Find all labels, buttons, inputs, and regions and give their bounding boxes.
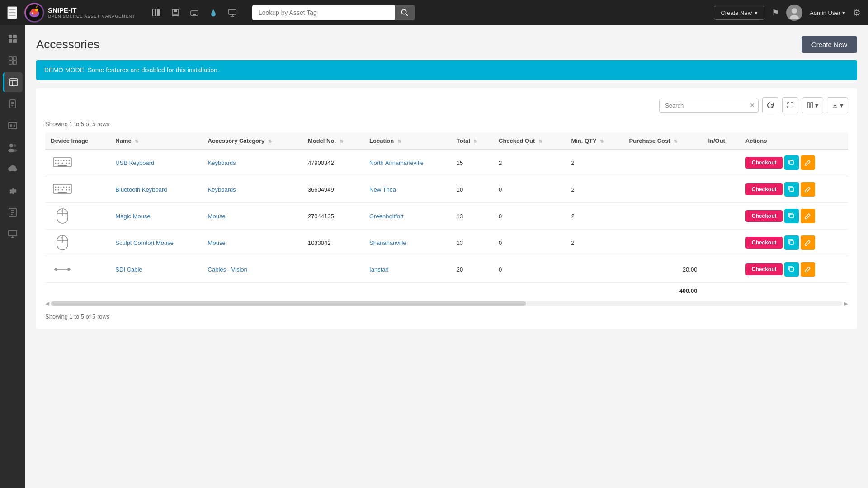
col-name[interactable]: Name ⇅: [110, 133, 202, 149]
sidebar-item-accessories[interactable]: [3, 72, 23, 92]
showing-rows-bottom: Showing 1 to 5 of 5 rows: [45, 313, 848, 320]
sidebar-item-users[interactable]: [3, 137, 23, 157]
accessory-name-link[interactable]: USB Keyboard: [115, 160, 154, 166]
checkout-button[interactable]: Checkout: [745, 237, 783, 249]
location-link[interactable]: Ianstad: [369, 266, 389, 273]
asset-tag-search: [252, 5, 415, 20]
accessory-name-link[interactable]: Sculpt Comfort Mouse: [115, 239, 174, 246]
total-sort-icon: ⇅: [473, 139, 477, 144]
category-link[interactable]: Cables - Vision: [208, 266, 247, 273]
location-link[interactable]: Shanahanville: [369, 239, 406, 246]
location-link[interactable]: New Thea: [369, 186, 396, 193]
svg-rect-65: [833, 107, 837, 108]
svg-rect-15: [173, 14, 178, 16]
col-checked-out[interactable]: Checked Out ⇅: [493, 133, 566, 149]
min-qty-cell: 2: [566, 149, 623, 176]
checkout-button[interactable]: Checkout: [745, 157, 783, 169]
sidebar-item-assets[interactable]: [3, 51, 23, 70]
table-search-clear-button[interactable]: ✕: [750, 102, 755, 109]
horizontal-scrollbar[interactable]: [51, 301, 842, 306]
accessory-name-link[interactable]: Magic Mouse: [115, 213, 150, 220]
sidebar-item-reports[interactable]: [3, 202, 23, 222]
name-cell: Magic Mouse: [110, 203, 202, 230]
name-cell: SDI Cable: [110, 256, 202, 283]
svg-point-54: [14, 144, 16, 147]
checked-out-cell: 0: [493, 176, 566, 203]
scroll-right-icon[interactable]: ▶: [844, 300, 848, 307]
sidebar-item-dashboard[interactable]: [3, 29, 23, 49]
actions-cell: Checkout: [740, 256, 848, 283]
monitor-icon-btn[interactable]: [224, 4, 241, 21]
column-visibility-button[interactable]: ▾: [802, 97, 823, 113]
col-purchase-cost[interactable]: Purchase Cost ⇅: [624, 133, 703, 149]
purchase-cost-cell: [624, 149, 703, 176]
copy-button[interactable]: [784, 209, 799, 223]
category-sort-icon: ⇅: [268, 139, 272, 144]
copy-button[interactable]: [784, 235, 799, 250]
sidebar-item-cloud[interactable]: [3, 159, 23, 179]
location-cell: Shanahanville: [364, 230, 451, 256]
location-link[interactable]: Greenholtfort: [369, 213, 404, 220]
copy-button[interactable]: [784, 262, 799, 277]
checkout-button[interactable]: Checkout: [745, 263, 783, 275]
table-scrollbar[interactable]: ◀ ▶: [45, 300, 848, 307]
edit-button[interactable]: [801, 209, 815, 223]
barcode-icon-btn[interactable]: [148, 4, 165, 21]
total-cell: 13: [451, 230, 493, 256]
checkout-button[interactable]: Checkout: [745, 210, 783, 222]
settings-gear-icon[interactable]: ⚙: [853, 7, 861, 18]
svg-rect-32: [9, 35, 12, 38]
device-image-cell: [45, 149, 110, 176]
accessory-name-link[interactable]: Bluetooth Keyboard: [115, 186, 167, 193]
sidebar-item-monitor[interactable]: [3, 224, 23, 244]
sidebar-item-consumables[interactable]: [3, 94, 23, 114]
edit-button[interactable]: [801, 182, 815, 197]
logo: SNIPE-IT OPEN SOURCE ASSET MANAGEMENT: [24, 3, 135, 23]
topnav-create-new-button[interactable]: Create New ▾: [714, 6, 764, 20]
svg-rect-10: [157, 9, 158, 16]
actions-cell: Checkout: [740, 149, 848, 176]
fullscreen-button[interactable]: [782, 97, 798, 113]
topnav-search-button[interactable]: [395, 5, 415, 20]
save-icon-btn[interactable]: [167, 4, 184, 21]
edit-button[interactable]: [801, 262, 815, 277]
accessory-name-link[interactable]: SDI Cable: [115, 266, 142, 273]
create-new-button[interactable]: Create New: [802, 36, 857, 53]
total-cell: 10: [451, 176, 493, 203]
scroll-left-icon[interactable]: ◀: [45, 300, 49, 307]
svg-rect-98: [790, 214, 793, 218]
edit-button[interactable]: [801, 155, 815, 170]
category-link[interactable]: Mouse: [208, 213, 226, 220]
sidebar-item-components[interactable]: [3, 116, 23, 136]
drop-icon-btn[interactable]: [205, 4, 222, 21]
category-link[interactable]: Keyboards: [208, 160, 236, 166]
col-accessory-category[interactable]: Accessory Category ⇅: [203, 133, 302, 149]
category-link[interactable]: Mouse: [208, 239, 226, 246]
hamburger-button[interactable]: ☰: [7, 6, 17, 19]
table-header: Device Image Name ⇅ Accessory Category ⇅…: [45, 133, 848, 149]
refresh-button[interactable]: [762, 97, 778, 113]
asset-tag-input[interactable]: [252, 5, 415, 20]
col-model-no[interactable]: Model No. ⇅: [302, 133, 364, 149]
keyboard-icon-btn[interactable]: [186, 4, 203, 21]
sidebar-item-settings[interactable]: [3, 181, 23, 201]
user-menu[interactable]: Admin User ▾: [810, 9, 845, 16]
copy-button[interactable]: [784, 155, 799, 170]
sidebar: [0, 25, 25, 488]
export-button[interactable]: ▾: [827, 97, 848, 113]
edit-button[interactable]: [801, 235, 815, 250]
location-link[interactable]: North Annamarieville: [369, 160, 424, 166]
location-cell: Ianstad: [364, 256, 451, 283]
col-min-qty[interactable]: Min. QTY ⇅: [566, 133, 623, 149]
copy-button[interactable]: [784, 182, 799, 197]
col-total[interactable]: Total ⇅: [451, 133, 493, 149]
col-location[interactable]: Location ⇅: [364, 133, 451, 149]
table-search-input[interactable]: [659, 99, 759, 113]
category-link[interactable]: Keyboards: [208, 186, 236, 193]
in-out-cell: [703, 203, 740, 230]
svg-rect-107: [790, 267, 793, 271]
flag-icon[interactable]: ⚑: [772, 8, 779, 18]
checked-out-cell: 0: [493, 256, 566, 283]
svg-rect-9: [156, 9, 156, 16]
checkout-button[interactable]: Checkout: [745, 183, 783, 195]
